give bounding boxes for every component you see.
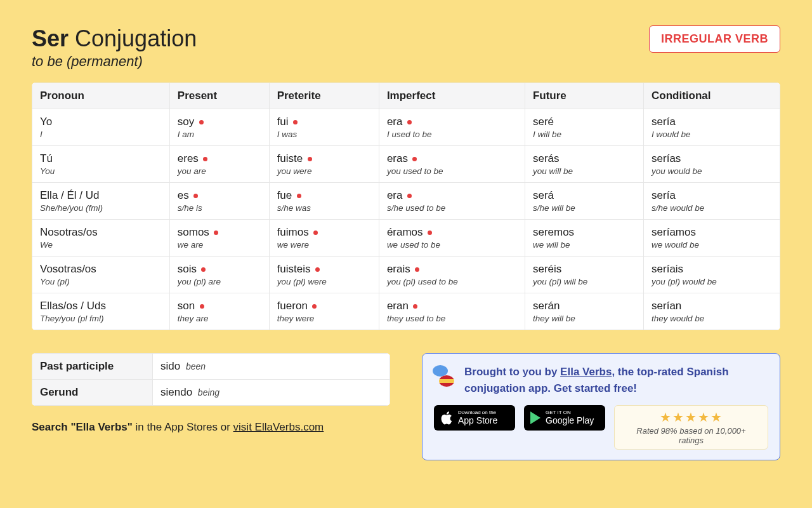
column-header: Imperfect: [379, 83, 525, 109]
conjugation-cell: eras you used to be: [379, 146, 525, 183]
conjugation-cell: sois you (pl) are: [169, 257, 269, 293]
conjugation-cell: serás/he will be: [525, 183, 643, 220]
conjugation-cell: seríamoswe would be: [644, 220, 780, 257]
irregular-dot-icon: [203, 157, 207, 161]
irregular-dot-icon: [297, 194, 301, 198]
conjugation-cell: seréI will be: [525, 109, 643, 146]
google-play-button[interactable]: GET IT ON Google Play: [524, 405, 605, 431]
irregular-badge: IRREGULAR VERB: [649, 25, 780, 53]
irregular-dot-icon: [407, 194, 412, 198]
conjugation-cell: éramos we used to be: [379, 220, 525, 257]
column-header: Future: [525, 83, 643, 109]
promo-box: Brought to you by Ella Verbs, the top-ra…: [422, 353, 780, 460]
irregular-dot-icon: [308, 157, 312, 161]
table-row: TúYoueres you arefuiste you wereeras you…: [32, 146, 780, 183]
conjugation-cell: fui I was: [269, 109, 379, 146]
irregular-dot-icon: [428, 231, 432, 235]
irregular-dot-icon: [312, 304, 317, 309]
conjugation-cell: fue s/he was: [269, 183, 379, 220]
conjugation-cell: eran they used to be: [379, 293, 525, 330]
irregular-dot-icon: [413, 304, 417, 309]
conjugation-cell: fuisteis you (pl) were: [269, 257, 379, 293]
conjugation-cell: Nosotras/osWe: [32, 220, 170, 257]
conjugation-cell: TúYou: [32, 146, 170, 183]
table-row: Vosotras/osYou (pl)sois you (pl) arefuis…: [32, 257, 780, 293]
app-store-button[interactable]: Download on the App Store: [434, 405, 515, 431]
conjugation-cell: era I used to be: [379, 109, 525, 146]
search-line: Search "Ella Verbs" in the App Stores or…: [32, 421, 390, 434]
column-header: Conditional: [644, 83, 780, 109]
page-title: Ser Conjugation: [32, 25, 197, 52]
conjugation-cell: eres you are: [169, 146, 269, 183]
conjugation-cell: serías/he would be: [644, 183, 780, 220]
apple-icon: [440, 411, 453, 425]
conjugation-cell: serásyou will be: [525, 146, 643, 183]
table-row: Ella / Él / UdShe/he/you (fml)es s/he is…: [32, 183, 780, 220]
irregular-dot-icon: [199, 120, 204, 124]
conjugation-cell: seremoswe will be: [525, 220, 643, 257]
conjugation-cell: seríaI would be: [644, 109, 780, 146]
conjugation-cell: Vosotras/osYou (pl): [32, 257, 170, 293]
conjugation-cell: somos we are: [169, 220, 269, 257]
conjugation-cell: fuiste you were: [269, 146, 379, 183]
table-row: Ellas/os / UdsThey/you (pl fml)son they …: [32, 293, 780, 330]
irregular-dot-icon: [415, 267, 419, 272]
irregular-dot-icon: [293, 120, 298, 124]
past-participle-label: Past participle: [32, 354, 153, 380]
irregular-dot-icon: [407, 120, 412, 124]
conjugation-cell: erais you (pl) used to be: [379, 257, 525, 293]
conjugation-cell: fuimos we were: [269, 220, 379, 257]
visit-link[interactable]: visit EllaVerbs.com: [233, 421, 324, 433]
conjugation-cell: seréisyou (pl) will be: [525, 257, 643, 293]
conjugation-cell: Ellas/os / UdsThey/you (pl fml): [32, 293, 170, 330]
table-row: YoIsoy I amfui I wasera I used to beseré…: [32, 109, 780, 146]
conjugation-cell: soy I am: [169, 109, 269, 146]
irregular-dot-icon: [412, 157, 417, 161]
irregular-dot-icon: [313, 231, 318, 235]
irregular-dot-icon: [193, 194, 198, 198]
verb-meaning: to be (permanent): [32, 53, 197, 70]
rating-box: ★★★★★ Rated 98% based on 10,000+ ratings: [614, 405, 768, 450]
past-participle-value: sido been: [153, 354, 390, 380]
conjugation-table: PronounPresentPreteriteImperfectFutureCo…: [32, 83, 780, 330]
conjugation-cell: son they are: [169, 293, 269, 330]
column-header: Pronoun: [32, 83, 170, 109]
conjugation-cell: fueron they were: [269, 293, 379, 330]
irregular-dot-icon: [201, 267, 206, 272]
column-header: Preterite: [269, 83, 379, 109]
irregular-dot-icon: [315, 267, 320, 272]
star-icons: ★★★★★: [624, 410, 759, 425]
conjugation-cell: YoI: [32, 109, 170, 146]
conjugation-cell: es s/he is: [169, 183, 269, 220]
table-row: Nosotras/osWesomos we arefuimos we wereé…: [32, 220, 780, 257]
forms-table: Past participle sido been Gerund siendo …: [32, 353, 390, 406]
conjugation-cell: seránthey will be: [525, 293, 643, 330]
gerund-label: Gerund: [32, 380, 153, 406]
promo-text: Brought to you by Ella Verbs, the top-ra…: [464, 364, 768, 396]
irregular-dot-icon: [214, 231, 218, 235]
conjugation-cell: era s/he used to be: [379, 183, 525, 220]
irregular-dot-icon: [200, 304, 204, 309]
google-play-icon: [530, 411, 540, 424]
rating-text: Rated 98% based on 10,000+ ratings: [624, 426, 759, 445]
app-icon: [433, 365, 454, 387]
column-header: Present: [169, 83, 269, 109]
verb-name: Ser: [32, 25, 69, 51]
conjugation-cell: seríanthey would be: [644, 293, 780, 330]
conjugation-cell: seríaisyou (pl) would be: [644, 257, 780, 293]
brand-link[interactable]: Ella Verbs: [560, 366, 612, 378]
conjugation-cell: Ella / Él / UdShe/he/you (fml): [32, 183, 170, 220]
conjugation-cell: seríasyou would be: [644, 146, 780, 183]
gerund-value: siendo being: [153, 380, 390, 406]
title-suffix: Conjugation: [75, 25, 197, 51]
